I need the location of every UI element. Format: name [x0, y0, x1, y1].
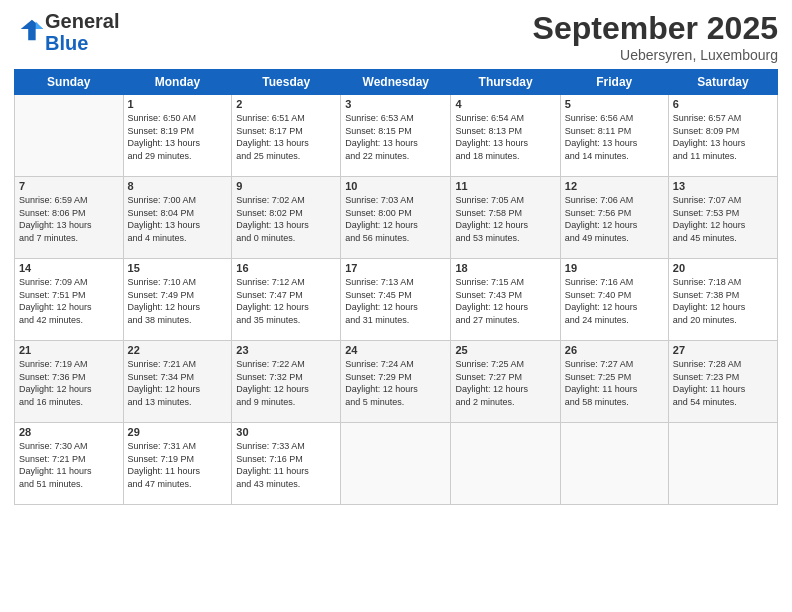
- day-number: 22: [128, 344, 228, 356]
- location: Uebersyren, Luxembourg: [533, 47, 778, 63]
- day-number: 6: [673, 98, 773, 110]
- month-title: September 2025: [533, 10, 778, 47]
- calendar: SundayMondayTuesdayWednesdayThursdayFrid…: [14, 69, 778, 505]
- day-number: 12: [565, 180, 664, 192]
- calendar-cell: 6Sunrise: 6:57 AM Sunset: 8:09 PM Daylig…: [668, 95, 777, 177]
- day-info: Sunrise: 7:18 AM Sunset: 7:38 PM Dayligh…: [673, 276, 773, 326]
- logo-icon: [17, 16, 45, 44]
- calendar-cell: 1Sunrise: 6:50 AM Sunset: 8:19 PM Daylig…: [123, 95, 232, 177]
- svg-marker-0: [21, 20, 43, 41]
- calendar-cell: 11Sunrise: 7:05 AM Sunset: 7:58 PM Dayli…: [451, 177, 560, 259]
- col-header-wednesday: Wednesday: [341, 70, 451, 95]
- day-number: 23: [236, 344, 336, 356]
- calendar-cell: 22Sunrise: 7:21 AM Sunset: 7:34 PM Dayli…: [123, 341, 232, 423]
- day-number: 3: [345, 98, 446, 110]
- day-number: 18: [455, 262, 555, 274]
- day-info: Sunrise: 7:13 AM Sunset: 7:45 PM Dayligh…: [345, 276, 446, 326]
- page: General Blue September 2025 Uebersyren, …: [0, 0, 792, 612]
- calendar-week-row: 7Sunrise: 6:59 AM Sunset: 8:06 PM Daylig…: [15, 177, 778, 259]
- calendar-week-row: 28Sunrise: 7:30 AM Sunset: 7:21 PM Dayli…: [15, 423, 778, 505]
- calendar-cell: [560, 423, 668, 505]
- day-info: Sunrise: 7:16 AM Sunset: 7:40 PM Dayligh…: [565, 276, 664, 326]
- day-info: Sunrise: 7:09 AM Sunset: 7:51 PM Dayligh…: [19, 276, 119, 326]
- calendar-cell: 30Sunrise: 7:33 AM Sunset: 7:16 PM Dayli…: [232, 423, 341, 505]
- day-number: 14: [19, 262, 119, 274]
- day-info: Sunrise: 7:25 AM Sunset: 7:27 PM Dayligh…: [455, 358, 555, 408]
- calendar-cell: 7Sunrise: 6:59 AM Sunset: 8:06 PM Daylig…: [15, 177, 124, 259]
- calendar-cell: 25Sunrise: 7:25 AM Sunset: 7:27 PM Dayli…: [451, 341, 560, 423]
- calendar-cell: 28Sunrise: 7:30 AM Sunset: 7:21 PM Dayli…: [15, 423, 124, 505]
- header: General Blue September 2025 Uebersyren, …: [14, 10, 778, 63]
- calendar-cell: [668, 423, 777, 505]
- calendar-cell: [451, 423, 560, 505]
- day-info: Sunrise: 7:12 AM Sunset: 7:47 PM Dayligh…: [236, 276, 336, 326]
- day-info: Sunrise: 7:05 AM Sunset: 7:58 PM Dayligh…: [455, 194, 555, 244]
- calendar-cell: 16Sunrise: 7:12 AM Sunset: 7:47 PM Dayli…: [232, 259, 341, 341]
- logo-general-text: General: [45, 10, 119, 32]
- day-number: 1: [128, 98, 228, 110]
- calendar-cell: 19Sunrise: 7:16 AM Sunset: 7:40 PM Dayli…: [560, 259, 668, 341]
- day-info: Sunrise: 6:54 AM Sunset: 8:13 PM Dayligh…: [455, 112, 555, 162]
- day-number: 26: [565, 344, 664, 356]
- calendar-cell: 24Sunrise: 7:24 AM Sunset: 7:29 PM Dayli…: [341, 341, 451, 423]
- day-number: 30: [236, 426, 336, 438]
- col-header-saturday: Saturday: [668, 70, 777, 95]
- day-number: 20: [673, 262, 773, 274]
- logo-blue-text: Blue: [45, 32, 88, 54]
- day-number: 24: [345, 344, 446, 356]
- day-number: 25: [455, 344, 555, 356]
- day-info: Sunrise: 7:22 AM Sunset: 7:32 PM Dayligh…: [236, 358, 336, 408]
- calendar-cell: 3Sunrise: 6:53 AM Sunset: 8:15 PM Daylig…: [341, 95, 451, 177]
- calendar-cell: 18Sunrise: 7:15 AM Sunset: 7:43 PM Dayli…: [451, 259, 560, 341]
- calendar-cell: [15, 95, 124, 177]
- day-info: Sunrise: 7:07 AM Sunset: 7:53 PM Dayligh…: [673, 194, 773, 244]
- day-info: Sunrise: 7:00 AM Sunset: 8:04 PM Dayligh…: [128, 194, 228, 244]
- day-number: 28: [19, 426, 119, 438]
- calendar-cell: 27Sunrise: 7:28 AM Sunset: 7:23 PM Dayli…: [668, 341, 777, 423]
- calendar-cell: 8Sunrise: 7:00 AM Sunset: 8:04 PM Daylig…: [123, 177, 232, 259]
- day-info: Sunrise: 6:53 AM Sunset: 8:15 PM Dayligh…: [345, 112, 446, 162]
- calendar-cell: 23Sunrise: 7:22 AM Sunset: 7:32 PM Dayli…: [232, 341, 341, 423]
- day-info: Sunrise: 7:10 AM Sunset: 7:49 PM Dayligh…: [128, 276, 228, 326]
- calendar-week-row: 21Sunrise: 7:19 AM Sunset: 7:36 PM Dayli…: [15, 341, 778, 423]
- day-info: Sunrise: 7:21 AM Sunset: 7:34 PM Dayligh…: [128, 358, 228, 408]
- day-info: Sunrise: 6:59 AM Sunset: 8:06 PM Dayligh…: [19, 194, 119, 244]
- calendar-cell: 2Sunrise: 6:51 AM Sunset: 8:17 PM Daylig…: [232, 95, 341, 177]
- calendar-cell: 21Sunrise: 7:19 AM Sunset: 7:36 PM Dayli…: [15, 341, 124, 423]
- day-number: 17: [345, 262, 446, 274]
- logo: General Blue: [14, 10, 119, 54]
- day-number: 13: [673, 180, 773, 192]
- day-number: 8: [128, 180, 228, 192]
- day-number: 4: [455, 98, 555, 110]
- day-number: 27: [673, 344, 773, 356]
- day-info: Sunrise: 7:03 AM Sunset: 8:00 PM Dayligh…: [345, 194, 446, 244]
- calendar-week-row: 14Sunrise: 7:09 AM Sunset: 7:51 PM Dayli…: [15, 259, 778, 341]
- day-info: Sunrise: 7:27 AM Sunset: 7:25 PM Dayligh…: [565, 358, 664, 408]
- day-number: 2: [236, 98, 336, 110]
- calendar-cell: 17Sunrise: 7:13 AM Sunset: 7:45 PM Dayli…: [341, 259, 451, 341]
- day-number: 7: [19, 180, 119, 192]
- calendar-cell: 29Sunrise: 7:31 AM Sunset: 7:19 PM Dayli…: [123, 423, 232, 505]
- day-info: Sunrise: 7:24 AM Sunset: 7:29 PM Dayligh…: [345, 358, 446, 408]
- col-header-tuesday: Tuesday: [232, 70, 341, 95]
- calendar-cell: 26Sunrise: 7:27 AM Sunset: 7:25 PM Dayli…: [560, 341, 668, 423]
- day-info: Sunrise: 6:56 AM Sunset: 8:11 PM Dayligh…: [565, 112, 664, 162]
- day-number: 15: [128, 262, 228, 274]
- day-number: 16: [236, 262, 336, 274]
- calendar-cell: 15Sunrise: 7:10 AM Sunset: 7:49 PM Dayli…: [123, 259, 232, 341]
- calendar-cell: 14Sunrise: 7:09 AM Sunset: 7:51 PM Dayli…: [15, 259, 124, 341]
- day-info: Sunrise: 7:30 AM Sunset: 7:21 PM Dayligh…: [19, 440, 119, 490]
- calendar-cell: 4Sunrise: 6:54 AM Sunset: 8:13 PM Daylig…: [451, 95, 560, 177]
- day-info: Sunrise: 7:33 AM Sunset: 7:16 PM Dayligh…: [236, 440, 336, 490]
- calendar-header-row: SundayMondayTuesdayWednesdayThursdayFrid…: [15, 70, 778, 95]
- day-number: 9: [236, 180, 336, 192]
- calendar-cell: 9Sunrise: 7:02 AM Sunset: 8:02 PM Daylig…: [232, 177, 341, 259]
- col-header-sunday: Sunday: [15, 70, 124, 95]
- day-number: 21: [19, 344, 119, 356]
- day-info: Sunrise: 7:19 AM Sunset: 7:36 PM Dayligh…: [19, 358, 119, 408]
- calendar-cell: 12Sunrise: 7:06 AM Sunset: 7:56 PM Dayli…: [560, 177, 668, 259]
- day-info: Sunrise: 7:06 AM Sunset: 7:56 PM Dayligh…: [565, 194, 664, 244]
- col-header-friday: Friday: [560, 70, 668, 95]
- col-header-monday: Monday: [123, 70, 232, 95]
- calendar-cell: 5Sunrise: 6:56 AM Sunset: 8:11 PM Daylig…: [560, 95, 668, 177]
